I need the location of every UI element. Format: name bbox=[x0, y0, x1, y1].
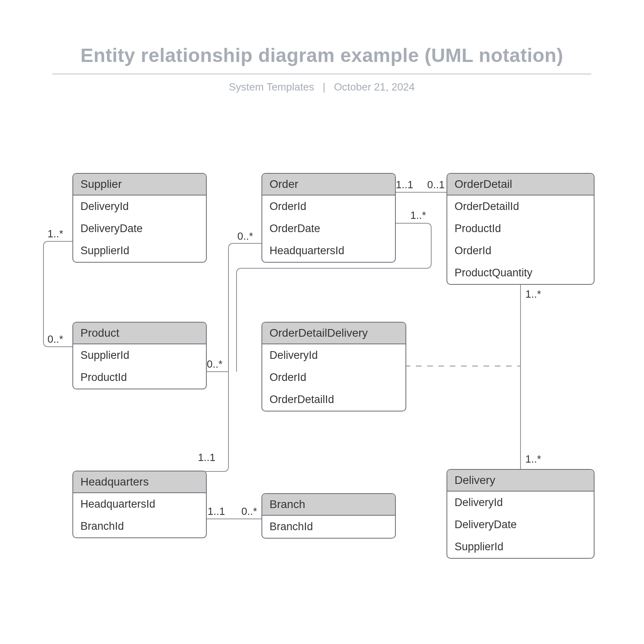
entity-attr: DeliveryId bbox=[447, 492, 594, 514]
entity-attr: SupplierId bbox=[73, 344, 206, 366]
entity-attr: DeliveryDate bbox=[447, 514, 594, 536]
entity-attr: ProductId bbox=[73, 366, 206, 389]
mult-od-1star: 1..* bbox=[410, 209, 426, 222]
entity-order-detail: OrderDetail OrderDetailId ProductId Orde… bbox=[446, 173, 595, 285]
entity-attr: HeadquartersId bbox=[262, 240, 395, 262]
mult-order-od-r: 0..1 bbox=[427, 179, 444, 191]
entity-title: OrderDetail bbox=[447, 174, 594, 195]
subtitle-sep: | bbox=[323, 81, 325, 93]
entity-attr: OrderDate bbox=[262, 218, 395, 240]
mult-order-left: 0..* bbox=[237, 230, 253, 243]
entity-title: OrderDetailDelivery bbox=[262, 323, 405, 344]
entity-title: Product bbox=[73, 323, 206, 344]
entity-delivery: Delivery DeliveryId DeliveryDate Supplie… bbox=[446, 469, 595, 559]
entity-attr: DeliveryId bbox=[262, 344, 405, 366]
entity-order-detail-delivery: OrderDetailDelivery DeliveryId OrderId O… bbox=[261, 322, 406, 412]
subtitle-left: System Templates bbox=[229, 81, 314, 93]
mult-supplier-top: 1..* bbox=[47, 228, 63, 240]
entity-attr: OrderId bbox=[262, 195, 395, 218]
mult-od-deliv-top: 1..* bbox=[525, 288, 541, 300]
entity-attr: OrderDetailId bbox=[447, 195, 594, 218]
entity-attr: OrderId bbox=[447, 240, 594, 262]
entity-attr: BranchId bbox=[73, 515, 206, 537]
entity-title: Supplier bbox=[73, 174, 206, 195]
mult-product-right: 0..* bbox=[207, 358, 222, 370]
diagram-canvas: Entity relationship diagram example (UML… bbox=[0, 0, 644, 644]
entity-attr: OrderDetailId bbox=[262, 389, 405, 411]
entity-branch: Branch BranchId bbox=[261, 493, 396, 539]
mult-order-od-l: 1..1 bbox=[396, 179, 413, 191]
entity-attr: BranchId bbox=[262, 516, 395, 538]
entity-attr: SupplierId bbox=[73, 240, 206, 262]
entity-supplier: Supplier DeliveryId DeliveryDate Supplie… bbox=[72, 173, 207, 263]
entity-attr: DeliveryId bbox=[73, 195, 206, 218]
subtitle-right: October 21, 2024 bbox=[334, 81, 415, 93]
page-subtitle: System Templates | October 21, 2024 bbox=[52, 81, 591, 93]
entity-attr: SupplierId bbox=[447, 536, 594, 558]
mult-hq-branch-l: 1..1 bbox=[208, 505, 225, 518]
entity-attr: ProductQuantity bbox=[447, 262, 594, 284]
entity-attr: DeliveryDate bbox=[73, 218, 206, 240]
page-title: Entity relationship diagram example (UML… bbox=[52, 44, 591, 66]
entity-title: Headquarters bbox=[73, 471, 206, 493]
mult-hq-branch-r: 0..* bbox=[241, 505, 257, 518]
entity-attr: ProductId bbox=[447, 218, 594, 240]
title-divider bbox=[52, 74, 591, 74]
entity-attr: OrderId bbox=[262, 366, 405, 389]
entity-headquarters: Headquarters HeadquartersId BranchId bbox=[72, 471, 207, 538]
mult-hq-order: 1..1 bbox=[198, 451, 215, 464]
entity-attr: HeadquartersId bbox=[73, 493, 206, 515]
entity-product: Product SupplierId ProductId bbox=[72, 322, 207, 389]
header-block: Entity relationship diagram example (UML… bbox=[52, 44, 591, 93]
entity-title: Order bbox=[262, 174, 395, 195]
entity-order: Order OrderId OrderDate HeadquartersId bbox=[261, 173, 396, 263]
mult-supplier-bot: 0..* bbox=[47, 333, 63, 346]
mult-od-deliv-bot: 1..* bbox=[525, 453, 541, 465]
entity-title: Delivery bbox=[447, 470, 594, 492]
entity-title: Branch bbox=[262, 494, 395, 516]
